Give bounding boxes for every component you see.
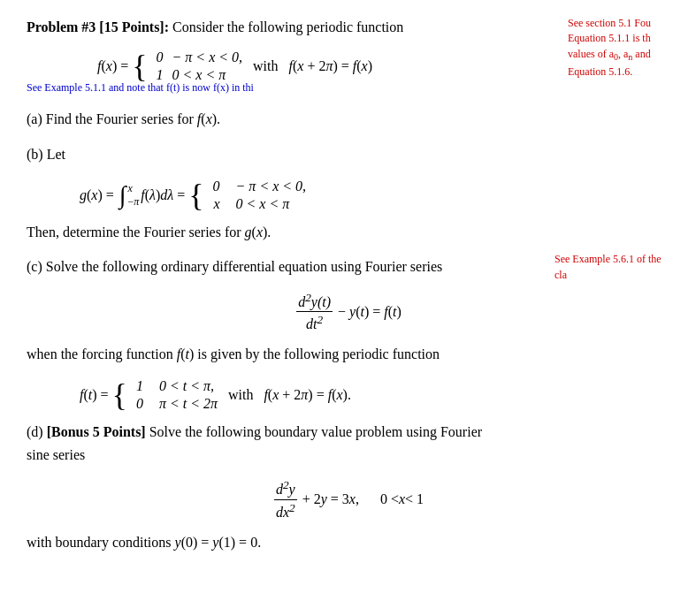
ode-equation: d2y(t) dt2 − y(t) = f(t) (27, 291, 669, 333)
part-d-label: (d) [Bonus 5 Points] Solve the following… (27, 421, 669, 466)
part-b-then: Then, determine the Fourier series for g… (27, 221, 669, 244)
part-c-label: (c) Solve the following ordinary differe… (27, 255, 669, 278)
with-label-2: with (228, 387, 253, 403)
gx-definition: g(x) = ∫ x −π f(λ)dλ = { 0 − π < x < 0, … (27, 179, 669, 212)
bvp-equation: d2y dx2 + 2y = 3x, 0 < x < 1 (27, 478, 669, 521)
part-a: (a) Find the Fourier series for f(x). (27, 108, 669, 131)
ft-definition: f(t) = { 1 0 < t < π, 0 π < t < 2π with … (27, 378, 669, 412)
blue-annotation: See Example 5.1.1 and note that f(t) is … (27, 81, 669, 95)
annotation-c: See Example 5.6.1 of the cla (555, 252, 669, 283)
part-c-when: when the forcing function f(t) is given … (27, 343, 669, 366)
problem-label: Problem #3 [15 Points]: (27, 19, 169, 34)
part-b-label: (b) Let (27, 143, 669, 166)
with-label: with (253, 58, 278, 74)
brace-left: { (132, 50, 147, 82)
problem-description: Consider the following periodic function (172, 19, 403, 34)
fx-cases: 0 − π < x < 0, 1 0 < x < π (148, 49, 243, 83)
annotation-section51: See section 5.1 Fou Equation 5.1.1 is th… (568, 16, 696, 80)
part-d-bc: with boundary conditions y(0) = y(1) = 0… (27, 531, 669, 554)
